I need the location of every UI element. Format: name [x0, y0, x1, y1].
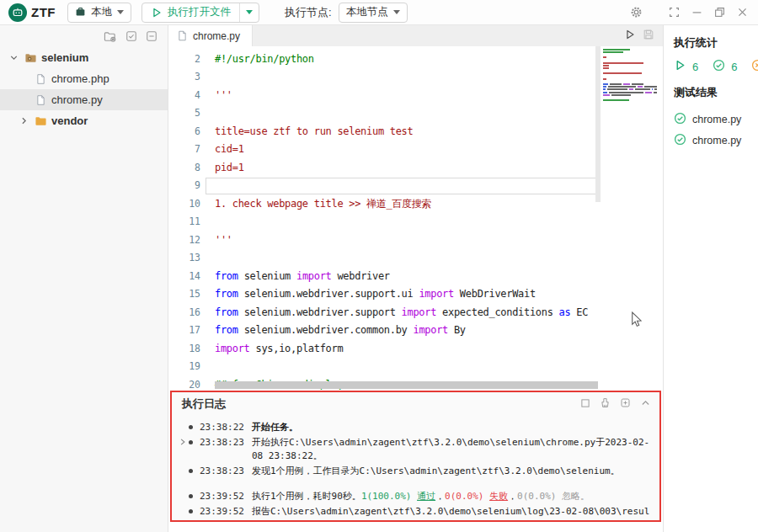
line-number: 6	[168, 123, 200, 141]
ztf-window: ZTF 本地 执行打开文件 执行节点: 本地节点	[0, 0, 758, 532]
code-line-5[interactable]: 5	[168, 104, 663, 123]
log-message: 开始执行C:\Users\admin\zagent\ztf\3.2.0\demo…	[252, 436, 651, 464]
log-entry: 23:38:23开始执行C:\Users\admin\zagent\ztf\3.…	[177, 436, 651, 464]
log-expand-icon[interactable]	[620, 396, 631, 412]
code-line-15[interactable]: 15from selenium.webdriver.support.ui imp…	[168, 285, 663, 304]
run-file-icon[interactable]	[624, 29, 636, 44]
code-line-13[interactable]: 13	[168, 249, 663, 268]
code-line-4[interactable]: 4'''	[168, 87, 663, 105]
line-number: 2	[168, 51, 200, 69]
line-content: from selenium.webdriver.common.by import…	[215, 322, 466, 340]
chevron-right-icon[interactable]	[17, 115, 30, 126]
run-icon	[151, 7, 163, 19]
chevron-down-icon	[393, 10, 400, 14]
log-entry: 23:38:23发现1个用例，工作目录为C:\Users\admin\zagen…	[177, 465, 651, 479]
tree-item-label: chrome.php	[51, 72, 109, 85]
folder-settings-icon[interactable]	[104, 30, 117, 46]
code-line-6[interactable]: 6title=use ztf to run selenium test	[168, 123, 663, 141]
log-message: 发现1个用例，工作目录为C:\Users\admin\zagent\ztf\3.…	[252, 465, 651, 479]
sidebar-item-selenium[interactable]: selenium	[0, 47, 168, 68]
log-bullet	[189, 436, 200, 450]
line-content: 1. check webpage title >> 禅道_百度搜索	[215, 195, 431, 214]
line-content: pid=1	[215, 159, 244, 178]
code-line-16[interactable]: 16from selenium.webdriver.support import…	[168, 304, 663, 322]
code-line-19[interactable]: 19	[168, 358, 663, 376]
code-line-2[interactable]: 2#!/usr/bin/python	[168, 51, 663, 69]
result-list: chrome.pychrome.py	[674, 109, 758, 151]
run-options-caret[interactable]	[239, 3, 259, 22]
sidebar-item-vendor[interactable]: vendor	[0, 110, 168, 131]
folder-icon	[34, 115, 48, 126]
run-open-file-split-button: 执行打开文件	[141, 3, 259, 23]
line-number: 3	[168, 68, 200, 87]
code-line-8[interactable]: 8pid=1	[168, 159, 663, 178]
code-line-17[interactable]: 17from selenium.webdriver.common.by impo…	[168, 322, 663, 340]
line-content: cid=1	[215, 141, 244, 159]
line-number: 14	[168, 268, 200, 286]
line-content: import sys,io,platform	[215, 340, 343, 359]
minimap[interactable]	[601, 46, 657, 227]
result-item-label: chrome.py	[692, 135, 741, 146]
result-item-chrome.py[interactable]: chrome.py	[674, 109, 758, 130]
mouse-cursor-icon	[630, 311, 643, 332]
log-bullet	[189, 505, 200, 519]
workspace-dropdown[interactable]: 本地	[67, 3, 131, 23]
expand-chevron-icon[interactable]	[177, 436, 189, 446]
line-number: 16	[168, 304, 200, 322]
save-icon[interactable]	[643, 29, 654, 44]
execution-log-panel: 执行日志	[170, 391, 661, 522]
result-item-chrome.py[interactable]: chrome.py	[674, 130, 758, 151]
log-header: 执行日志	[172, 392, 659, 414]
fail-icon	[751, 59, 758, 75]
collapse-all-icon[interactable]	[146, 30, 157, 45]
log-bullet	[189, 465, 200, 479]
code-line-18[interactable]: 18import sys,io,platform	[168, 340, 663, 359]
code-line-10[interactable]: 101. check webpage title >> 禅道_百度搜索	[168, 195, 663, 214]
code-line-12[interactable]: 12'''	[168, 231, 663, 250]
tab-actions	[624, 25, 663, 46]
file-explorer-sidebar: seleniumchrome.phpchrome.pyvendor	[0, 25, 168, 532]
line-number: 19	[168, 358, 200, 376]
code-line-9[interactable]: 9	[168, 177, 663, 195]
line-content: from selenium import webdriver	[215, 268, 390, 286]
sidebar-item-chrome.py[interactable]: chrome.py	[0, 89, 168, 110]
run-open-file-button[interactable]: 执行打开文件	[142, 3, 239, 22]
restore-icon[interactable]	[712, 5, 727, 20]
log-collapse-icon[interactable]	[640, 396, 651, 412]
horizontal-scrollbar[interactable]	[215, 381, 598, 389]
minimize-icon[interactable]	[689, 5, 704, 20]
log-bullet	[189, 490, 200, 504]
code-line-11[interactable]: 11	[168, 213, 663, 231]
window-controls	[628, 5, 753, 20]
code-line-14[interactable]: 14from selenium import webdriver	[168, 268, 663, 286]
fail-link[interactable]: 失败	[489, 491, 508, 502]
tab-chrome-py[interactable]: chrome.py	[168, 25, 253, 46]
pass-link[interactable]: 通过	[417, 491, 435, 502]
log-clear-icon[interactable]	[600, 396, 611, 412]
sidebar-item-chrome.php[interactable]: chrome.php	[0, 68, 168, 89]
log-title: 执行日志	[182, 396, 226, 412]
log-entries: 23:38:22开始任务。23:38:23开始执行C:\Users\admin\…	[172, 414, 659, 522]
check-all-icon[interactable]	[125, 30, 137, 45]
line-number: 9	[168, 177, 200, 195]
code-line-7[interactable]: 7cid=1	[168, 141, 663, 159]
line-content: '''	[215, 87, 232, 105]
log-timestamp: 23:39:52	[200, 505, 252, 519]
editor-tabbar: chrome.py	[168, 25, 663, 46]
fullscreen-icon[interactable]	[666, 5, 681, 20]
pass-icon	[674, 133, 686, 148]
log-square-icon[interactable]	[580, 396, 590, 412]
log-message: 报告C:\Users\admin\zagent\ztf\3.2.0\demo\s…	[252, 505, 651, 523]
chevron-down-icon	[117, 10, 124, 14]
chevron-down-icon[interactable]	[7, 52, 20, 63]
code-editor[interactable]: 1# -*- coding: utf-8 -*-2#!/usr/bin/pyth…	[168, 46, 663, 390]
line-number: 20	[168, 376, 200, 391]
log-message: 执行1个用例，耗时90秒。1(100.0%) 通过，0(0.0%) 失败，0(0…	[252, 490, 651, 504]
close-icon[interactable]	[734, 5, 750, 20]
code-line-3[interactable]: 3	[168, 68, 663, 87]
stats-title: 执行统计	[674, 35, 758, 51]
node-dropdown[interactable]: 本地节点	[339, 3, 408, 23]
settings-icon[interactable]	[628, 5, 643, 20]
line-content: #!/usr/bin/python	[215, 51, 314, 69]
log-gutter	[177, 505, 189, 507]
